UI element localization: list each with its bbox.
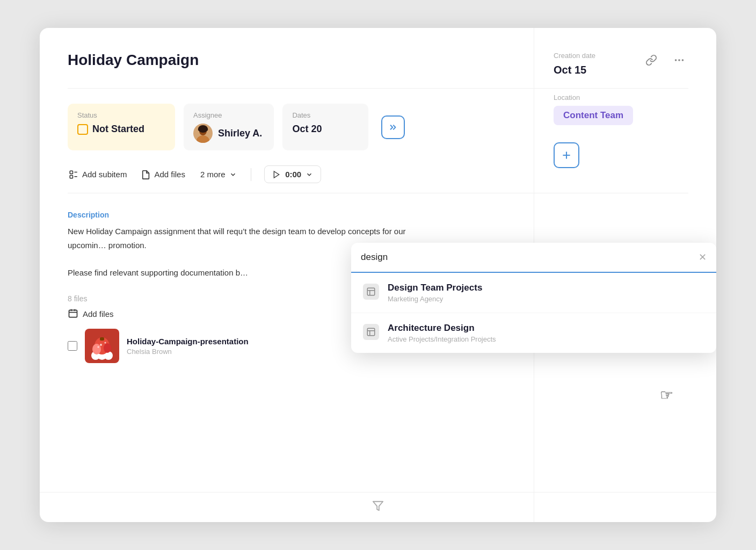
result-path-1: Marketing Agency [388, 295, 482, 303]
search-result-2[interactable]: Architecture Design Active Projects/Inte… [351, 313, 716, 353]
file-name: Holiday-Campaign-presentation [127, 337, 249, 346]
svg-marker-35 [373, 502, 383, 511]
file-thumbnail [85, 329, 119, 363]
file-info: Holiday-Campaign-presentation Chelsia Br… [127, 337, 249, 356]
add-files-button[interactable]: Add files [141, 167, 186, 183]
location-label: Location [554, 93, 697, 102]
search-clear-button[interactable]: ✕ [699, 251, 707, 263]
avatar [193, 124, 213, 143]
svg-rect-12 [69, 310, 77, 317]
result-info-1: Design Team Projects Marketing Agency [388, 283, 482, 303]
assignee-card[interactable]: Assignee Shirley A. [184, 104, 274, 150]
svg-marker-11 [274, 171, 279, 178]
file-author: Chelsia Brown [127, 348, 249, 356]
dates-label: Dates [292, 111, 357, 119]
result-icon-1 [363, 284, 379, 300]
result-path-2: Active Projects/Integration Projects [388, 335, 496, 343]
svg-point-25 [105, 342, 106, 344]
filter-icon[interactable] [372, 500, 384, 515]
toolbar-divider [251, 168, 252, 181]
add-location-button[interactable] [554, 142, 579, 168]
location-value[interactable]: Content Team [554, 106, 633, 125]
location-section: Location Content Team [554, 93, 697, 125]
footer-row [40, 492, 716, 522]
svg-point-22 [104, 343, 111, 353]
page-title: Holiday Campaign [68, 52, 199, 69]
file-checkbox[interactable] [68, 341, 77, 351]
search-result-1[interactable]: Design Team Projects Marketing Agency [351, 273, 716, 313]
timer-button[interactable]: 0:00 [264, 165, 321, 183]
creation-date-label: Creation date [554, 52, 697, 60]
assignee-row: Shirley A. [193, 124, 262, 143]
result-name-2: Architecture Design [388, 323, 496, 334]
result-info-2: Architecture Design Active Projects/Inte… [388, 323, 496, 343]
status-value: Not Started [77, 124, 163, 135]
svg-point-26 [98, 346, 99, 348]
main-card: Holiday Campaign Status Not Started [40, 28, 716, 522]
status-icon [77, 124, 88, 135]
result-icon-2 [363, 324, 379, 340]
svg-rect-8 [70, 175, 72, 178]
assignee-label: Assignee [193, 111, 262, 119]
svg-point-24 [100, 344, 102, 346]
svg-rect-23 [100, 337, 104, 341]
dates-value: Oct 20 [292, 124, 357, 135]
search-input[interactable] [361, 252, 693, 263]
add-subitem-button[interactable]: Add subitem [68, 167, 128, 183]
result-name-1: Design Team Projects [388, 283, 482, 293]
status-card[interactable]: Status Not Started [68, 104, 175, 150]
svg-rect-7 [70, 171, 72, 173]
creation-date-value: Oct 15 [554, 64, 697, 76]
more-options-button[interactable]: 2 more [199, 167, 238, 182]
svg-rect-29 [367, 288, 375, 295]
search-dropdown: ✕ Design Team Projects Marketing Agency [351, 243, 716, 353]
creation-date-section: Creation date Oct 15 [554, 52, 697, 76]
expand-button[interactable] [381, 115, 405, 139]
assignee-name: Shirley A. [218, 128, 262, 139]
dates-card[interactable]: Dates Oct 20 [282, 104, 368, 150]
add-files-secondary-button[interactable]: Add files [68, 308, 114, 319]
search-input-row: ✕ [351, 243, 716, 273]
svg-rect-32 [367, 328, 375, 336]
svg-point-21 [92, 344, 101, 354]
status-label: Status [77, 111, 163, 119]
